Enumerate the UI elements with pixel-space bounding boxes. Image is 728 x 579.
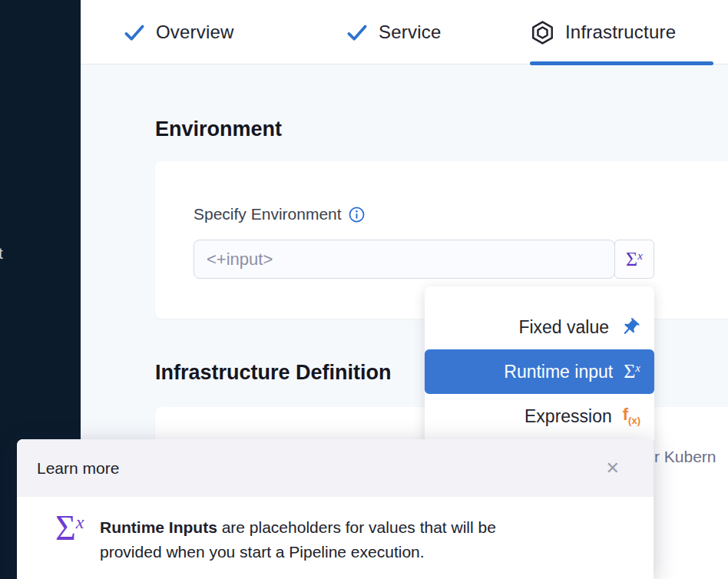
- environment-input[interactable]: [194, 240, 615, 279]
- infrastructure-hexagon-icon: [530, 20, 555, 45]
- stage-tabbar: Overview Service Infrastructure: [81, 0, 728, 65]
- sigma-x-icon: Σ x: [626, 250, 643, 270]
- pin-icon: [615, 313, 644, 342]
- dropdown-item-label: Fixed value: [518, 317, 609, 338]
- dropdown-item-runtime-input[interactable]: Runtime input Σ x: [425, 349, 654, 394]
- sigma-x-icon: Σ x: [624, 362, 640, 382]
- specify-environment-label-row: Specify Environment: [194, 205, 365, 223]
- check-icon: [123, 21, 146, 44]
- tab-overview[interactable]: Overview: [123, 0, 234, 65]
- dropdown-item-label: Expression: [524, 406, 612, 427]
- environment-heading: Environment: [155, 117, 282, 141]
- dropdown-item-label: Runtime input: [504, 362, 613, 382]
- active-tab-underline: [530, 61, 713, 65]
- specify-environment-label: Specify Environment: [194, 205, 342, 223]
- tab-infrastructure[interactable]: Infrastructure: [530, 0, 676, 65]
- tab-label: Infrastructure: [565, 22, 676, 43]
- environment-input-row: Σ x: [194, 240, 654, 279]
- dropdown-item-fixed-value[interactable]: Fixed value: [425, 305, 654, 349]
- sidebar-text-fragment: t: [0, 244, 3, 263]
- check-icon: [346, 21, 369, 44]
- app-screen: t Overview Service Infrastructure Enviro…: [0, 0, 728, 579]
- tab-service[interactable]: Service: [346, 0, 441, 65]
- infrastructure-definition-heading: Infrastructure Definition: [155, 361, 392, 385]
- sigma-x-icon: Σ x: [55, 511, 84, 546]
- dropdown-item-expression[interactable]: Expression f(x): [425, 394, 654, 438]
- learn-more-popup: Learn more ✕ Σ x Runtime Inputs are plac…: [17, 439, 654, 579]
- kubernetes-text-fragment: r Kubern: [654, 448, 716, 466]
- info-icon[interactable]: [349, 207, 365, 223]
- multi-type-dropdown: Fixed value Runtime input Σ x Expression…: [425, 286, 654, 445]
- expression-fx-icon: f(x): [623, 406, 640, 425]
- learn-more-body: Σ x Runtime Inputs are placeholders for …: [17, 497, 654, 579]
- tab-label: Overview: [156, 22, 234, 43]
- multi-type-button[interactable]: Σ x: [614, 240, 654, 279]
- tab-label: Service: [379, 22, 441, 43]
- runtime-inputs-description: Runtime Inputs are placeholders for valu…: [100, 515, 545, 564]
- learn-more-header: Learn more ✕: [17, 439, 654, 497]
- learn-more-title: Learn more: [37, 459, 119, 478]
- close-icon[interactable]: ✕: [606, 460, 620, 477]
